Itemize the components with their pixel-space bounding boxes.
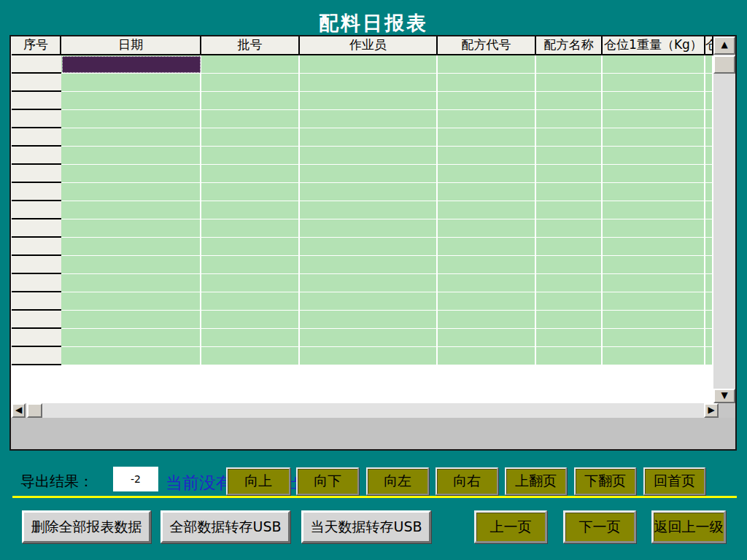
column-header: 仓位1重量（Kg）: [603, 36, 705, 55]
scroll-up-button[interactable]: ▲: [713, 36, 735, 55]
next-page-button[interactable]: 下一页: [563, 510, 636, 543]
scroll-down-button[interactable]: ▼: [713, 389, 735, 403]
move-down-button[interactable]: 向下: [296, 467, 359, 495]
arrow-left-icon: ◀: [15, 405, 22, 415]
back-button[interactable]: 返回上一级: [651, 510, 726, 543]
export-all-usb-button[interactable]: 全部数据转存USB: [160, 510, 290, 543]
first-page-button[interactable]: 回首页: [643, 467, 705, 495]
vertical-scrollbar[interactable]: ▲ ▼: [713, 36, 735, 403]
page-title: 配料日报表: [0, 10, 747, 36]
yellow-divider: [12, 496, 737, 498]
page-up-button[interactable]: 上翻页: [505, 467, 567, 495]
table-body[interactable]: [61, 55, 713, 365]
column-header: 仓: [705, 36, 713, 55]
column-header: 作业员: [300, 36, 438, 55]
arrow-right-icon: ▶: [708, 405, 714, 415]
column-header: 序号: [12, 36, 61, 55]
export-result-value: -2: [113, 467, 158, 491]
column-header: 配方名称: [536, 36, 603, 55]
move-up-button[interactable]: 向上: [226, 467, 290, 495]
column-header: 配方代号: [438, 36, 536, 55]
scrollbar-corner: [719, 403, 735, 418]
scroll-left-button[interactable]: ◀: [12, 403, 26, 418]
move-right-button[interactable]: 向右: [436, 467, 498, 495]
vertical-scrollbar-thumb[interactable]: [713, 55, 735, 74]
scroll-right-button[interactable]: ▶: [704, 403, 719, 418]
index-column[interactable]: [12, 55, 63, 365]
export-today-usb-button[interactable]: 当天数据转存USB: [301, 510, 431, 543]
arrow-down-icon: ▼: [721, 390, 727, 400]
prev-page-button[interactable]: 上一页: [474, 510, 547, 543]
selected-cell[interactable]: [62, 56, 201, 73]
move-left-button[interactable]: 向左: [366, 467, 429, 495]
report-table: 序号日期批号作业员配方代号配方名称仓位1重量（Kg）仓 ▲ ▼ ◀ ▶: [9, 35, 737, 451]
table-footer-strip: [11, 418, 735, 449]
arrow-up-icon: ▲: [721, 39, 727, 50]
delete-all-reports-button[interactable]: 删除全部报表数据: [22, 510, 151, 543]
column-header: 批号: [201, 36, 300, 55]
column-header: 日期: [61, 36, 201, 55]
horizontal-scrollbar[interactable]: ◀ ▶: [12, 403, 719, 418]
export-result-label: 导出结果：: [20, 472, 93, 491]
page-down-button[interactable]: 下翻页: [574, 467, 636, 495]
horizontal-scrollbar-thumb[interactable]: [27, 403, 42, 418]
